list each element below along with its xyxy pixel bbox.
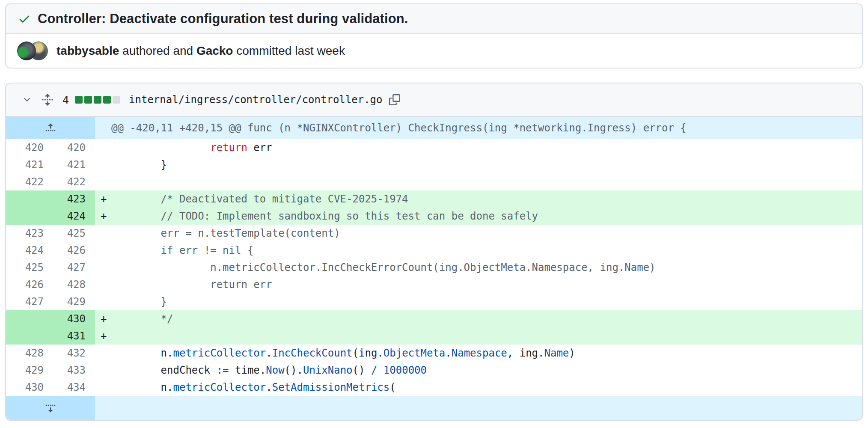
commit-title: Controller: Deactivate configuration tes… — [38, 11, 408, 27]
new-line-number[interactable]: 426 — [51, 242, 95, 259]
code-line: + /* Deactivated to mitigate CVE-2025-19… — [95, 190, 862, 208]
code-line: n.metricCollector.SetAdmissionMetrics( — [95, 379, 862, 396]
new-line-number[interactable]: 425 — [51, 225, 95, 242]
code-segment: return — [210, 142, 247, 154]
old-line-number[interactable]: 426 — [6, 276, 51, 293]
diffstat-block-neutral — [113, 96, 120, 104]
new-line-number[interactable]: 424 — [51, 208, 95, 225]
code-segment: ( — [389, 381, 395, 393]
expand-up-button[interactable] — [45, 122, 56, 134]
old-line-number[interactable]: 424 — [6, 242, 51, 259]
code-segment — [377, 364, 383, 376]
old-line-number[interactable]: 429 — [6, 362, 51, 379]
code-segment: n.metricCollector.IncCheckErrorCount(ing… — [111, 262, 656, 273]
code-segment — [111, 142, 210, 154]
diff-row: 421421 } — [6, 156, 862, 173]
new-line-number[interactable]: 421 — [51, 156, 95, 173]
drag-handle[interactable] — [40, 92, 55, 107]
diffstat-blocks — [75, 96, 120, 104]
old-line-number[interactable] — [6, 310, 51, 327]
old-line-number[interactable]: 430 — [6, 379, 51, 396]
new-line-number[interactable]: 428 — [51, 276, 95, 293]
new-line-number[interactable]: 434 — [51, 379, 95, 396]
new-line-number[interactable]: 429 — [51, 293, 95, 310]
new-line-number[interactable]: 420 — [51, 139, 95, 156]
code-segment: n. — [111, 347, 173, 359]
code-segment: () — [353, 364, 371, 376]
fold-down-icon — [45, 402, 56, 413]
diff-row: 430434 n.metricCollector.SetAdmissionMet… — [6, 379, 862, 396]
check-status-icon — [18, 12, 31, 25]
code-segment: Now — [266, 364, 284, 376]
diffstat-count: 4 — [62, 94, 69, 106]
code-segment: // TODO: Implement sandboxing so this te… — [111, 210, 538, 222]
old-line-number[interactable]: 420 — [6, 139, 51, 156]
code-segment: (ing. — [353, 347, 383, 359]
diff-table: @@ -420,11 +420,15 @@ func (n *NGINXCont… — [6, 117, 862, 420]
code-segment: n. — [111, 381, 173, 393]
old-line-number[interactable]: 421 — [6, 156, 51, 173]
expand-down-button[interactable] — [45, 402, 56, 413]
diff-row: 430+ */ — [6, 310, 862, 327]
code-line: + // TODO: Implement sandboxing so this … — [95, 208, 862, 225]
collapse-file-button[interactable] — [20, 92, 34, 107]
new-line-number[interactable]: 433 — [51, 362, 95, 379]
old-line-number[interactable]: 428 — [6, 345, 51, 362]
old-line-number[interactable]: 427 — [6, 293, 51, 310]
new-line-number[interactable]: 430 — [51, 310, 95, 327]
code-segment: . — [266, 381, 272, 393]
code-segment: metricCollector — [173, 381, 266, 393]
expand-down-row — [6, 396, 862, 420]
old-line-number[interactable] — [6, 208, 51, 225]
code-line: return err — [95, 139, 862, 156]
code-segment: / — [371, 364, 377, 376]
hunk-header-text: @@ -420,11 +420,15 @@ func (n *NGINXCont… — [95, 117, 862, 139]
code-line: n.metricCollector.IncCheckErrorCount(ing… — [95, 259, 862, 276]
code-segment: IncCheckCount — [272, 347, 353, 359]
code-segment: . — [445, 347, 451, 359]
addition-sign: + — [101, 310, 107, 327]
new-line-number[interactable]: 422 — [51, 173, 95, 190]
code-segment: SetAdmissionMetrics — [272, 381, 390, 393]
code-segment: time. — [229, 364, 266, 376]
diff-row: 424426 if err != nil { — [6, 242, 862, 259]
author-line: tabbysable authored and Gacko committed … — [56, 44, 345, 58]
diff-row: 431+ — [6, 327, 862, 345]
code-line — [95, 173, 862, 190]
code-segment: UnixNano — [303, 364, 353, 376]
code-segment: 1000000 — [383, 364, 427, 376]
diff-row: 427429 } — [6, 293, 862, 310]
file-path-link[interactable]: internal/ingress/controller/controller.g… — [129, 94, 382, 106]
chevron-down-icon — [22, 95, 32, 104]
author-link[interactable]: tabbysable — [56, 44, 119, 57]
page: Controller: Deactivate configuration tes… — [0, 0, 868, 428]
code-segment: endCheck — [111, 364, 217, 376]
authored-text: authored and — [119, 44, 196, 57]
code-segment: Name — [544, 347, 569, 359]
old-line-number[interactable]: 423 — [6, 225, 51, 242]
committer-link[interactable]: Gacko — [196, 44, 233, 57]
code-line: } — [95, 293, 862, 310]
copy-path-button[interactable] — [387, 92, 402, 107]
copy-icon — [389, 94, 400, 105]
diffstat-block-added — [75, 96, 83, 104]
old-line-number[interactable] — [6, 190, 51, 208]
code-segment: , ing. — [507, 347, 544, 359]
old-line-number[interactable]: 425 — [6, 259, 51, 276]
diff-row: 429433 endCheck := time.Now().UnixNano()… — [6, 362, 862, 379]
diff-row: 426428 return err — [6, 276, 862, 293]
diff-row: 428432 n.metricCollector.IncCheckCount(i… — [6, 345, 862, 362]
fold-up-icon — [45, 122, 56, 134]
code-segment: metricCollector — [173, 347, 266, 359]
author-avatar[interactable] — [17, 42, 36, 60]
new-line-number[interactable]: 431 — [51, 327, 95, 345]
new-line-number[interactable]: 432 — [51, 345, 95, 362]
expand-down-gutter — [6, 396, 95, 420]
code-segment: err — [247, 142, 272, 154]
old-line-number[interactable] — [6, 327, 51, 345]
new-line-number[interactable]: 427 — [51, 259, 95, 276]
avatar-stack — [17, 42, 48, 60]
code-segment: ObjectMeta — [383, 347, 446, 359]
old-line-number[interactable]: 422 — [6, 173, 51, 190]
new-line-number[interactable]: 423 — [51, 190, 95, 208]
